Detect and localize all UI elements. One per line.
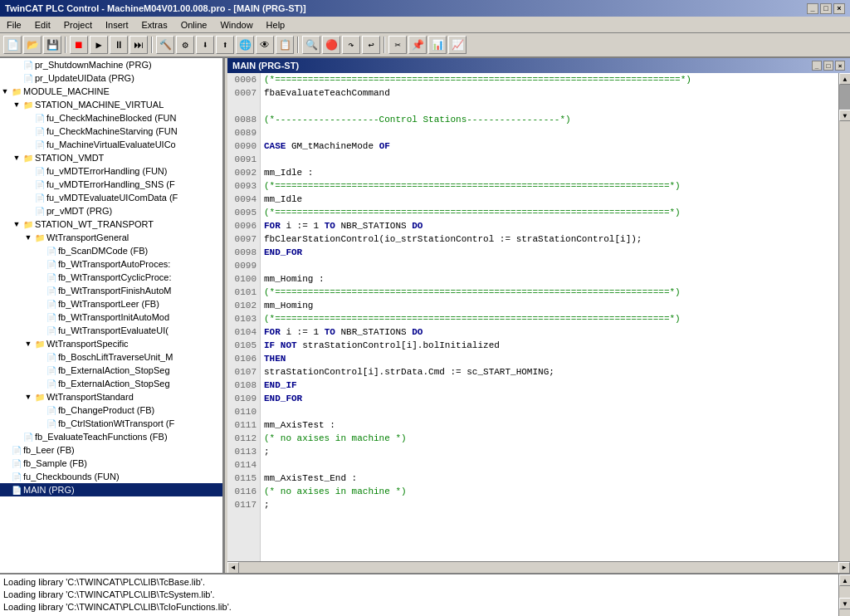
inner-minimize[interactable]: _ (812, 61, 822, 71)
code-line[interactable]: fbClearStationControl(io_strStationContr… (261, 232, 838, 246)
code-line[interactable]: IF NOT straStationControl[i].bolInitiali… (261, 339, 838, 352)
tree-item[interactable]: ▼📁STATION_MACHINE_VIRTUAL (0, 98, 222, 111)
code-hscrollbar[interactable]: ◄ ► (227, 561, 850, 573)
toolbar-watch[interactable]: 🔍 (302, 36, 320, 54)
tree-item[interactable]: 📄fb_WtTransportLeer (FB) (0, 297, 222, 310)
code-line[interactable] (261, 405, 838, 418)
tree-item[interactable]: 📄fb_Sample (FB) (0, 457, 222, 470)
tree-expand-icon[interactable]: ▼ (23, 340, 33, 348)
code-line[interactable]: ; (261, 498, 838, 511)
tree-item[interactable]: ▼📁MODULE_MACHINE (0, 85, 222, 98)
toolbar-extra3[interactable]: 📊 (428, 36, 447, 54)
tree-item[interactable]: 📄fu_CheckMachineStarving (FUN (0, 125, 222, 138)
tree-expand-icon[interactable]: ▼ (12, 100, 22, 109)
toolbar-download[interactable]: ⬇ (196, 36, 214, 54)
toolbar-extra2[interactable]: 📌 (408, 36, 427, 54)
code-line[interactable] (261, 100, 838, 113)
code-line[interactable]: (*-------------------Control Stations---… (261, 113, 838, 126)
inner-maximize[interactable]: □ (823, 61, 833, 71)
tree-item[interactable]: 📄MAIN (PRG) (0, 483, 222, 496)
out-scroll-up[interactable]: ▲ (839, 574, 850, 586)
tree-item[interactable]: 📄fb_WtTransportAutoProces: (0, 257, 222, 271)
tree-item[interactable]: ▼📁STATION_VMDT (0, 151, 222, 164)
tree-item[interactable]: 📄fb_Leer (FB) (0, 443, 222, 457)
tree-item[interactable]: 📄fb_ExternalAction_StopSeg (0, 377, 222, 390)
code-line[interactable] (261, 259, 838, 272)
tree-item[interactable]: 📄fu_Checkbounds (FUN) (0, 470, 222, 483)
tree-expand-icon[interactable]: ▼ (23, 233, 33, 242)
scroll-track[interactable] (839, 85, 850, 110)
code-line[interactable]: mm_Homing (261, 299, 838, 312)
code-lines[interactable]: (*======================================… (261, 73, 838, 561)
menu-edit[interactable]: Edit (28, 19, 57, 31)
scroll-down-btn[interactable]: ▼ (839, 110, 850, 121)
toolbar-upload[interactable]: ⬆ (216, 36, 234, 54)
code-line[interactable]: (*======================================… (261, 286, 838, 299)
inner-close[interactable]: × (835, 61, 845, 71)
toolbar-project[interactable]: 📋 (276, 36, 294, 54)
tree-item[interactable]: 📄fb_WtTransportFinishAutoM (0, 284, 222, 297)
code-line[interactable]: ; (261, 445, 838, 458)
tree-expand-icon[interactable]: ▼ (12, 154, 22, 162)
code-line[interactable]: (*======================================… (261, 179, 838, 193)
toolbar-step3[interactable]: ↩ (362, 36, 380, 54)
toolbar-run[interactable]: ▶ (90, 36, 108, 54)
menu-file[interactable]: File (0, 19, 28, 31)
tree-item[interactable]: 📄pr_ShutdownMachine (PRG) (0, 58, 222, 71)
tree-item[interactable]: 📄fb_WtTransportInitAutoMod (0, 310, 222, 324)
tree-item[interactable]: ▼📁WtTransportGeneral (0, 231, 222, 244)
tree-item[interactable]: 📄fu_vMDTErrorHandling_SNS (F (0, 178, 222, 191)
tree-item[interactable]: 📄fb_ExternalAction_StopSeg (0, 364, 222, 377)
tree-item[interactable]: ▼📁WtTransportSpecific (0, 337, 222, 350)
tree-item[interactable]: 📄pr_vMDT (PRG) (0, 204, 222, 218)
code-line[interactable]: mm_Idle (261, 193, 838, 206)
toolbar-step[interactable]: ⏭ (129, 36, 148, 54)
code-line[interactable]: (*======================================… (261, 206, 838, 219)
toolbar-compile[interactable]: 🔨 (156, 36, 174, 54)
toolbar-new[interactable]: 📄 (3, 36, 22, 54)
code-line[interactable]: END_IF (261, 379, 838, 392)
maximize-button[interactable]: □ (820, 3, 832, 14)
tree-item[interactable]: ▼📁WtTransportStandard (0, 390, 222, 403)
code-line[interactable]: mm_AxisTest_End : (261, 472, 838, 485)
toolbar-save[interactable]: 💾 (43, 36, 61, 54)
code-vscrollbar[interactable]: ▲ ▼ (838, 73, 850, 561)
code-line[interactable] (261, 126, 838, 139)
menu-extras[interactable]: Extras (134, 19, 173, 31)
toolbar-build[interactable]: ⚙ (176, 36, 194, 54)
toolbar-extra4[interactable]: 📈 (448, 36, 467, 54)
toolbar-stop[interactable]: ⏹ (70, 36, 88, 54)
toolbar-extra1[interactable]: ✂ (388, 36, 407, 54)
code-line[interactable] (261, 458, 838, 472)
code-line[interactable]: straStationControl[i].strData.Cmd := sc_… (261, 365, 838, 379)
hscroll-track[interactable] (239, 562, 838, 574)
toolbar-monitor[interactable]: 👁 (256, 36, 274, 54)
code-line[interactable]: mm_AxisTest : (261, 418, 838, 432)
menu-project[interactable]: Project (57, 19, 99, 31)
tree-item[interactable]: 📄fb_EvaluateTeachFunctions (FB) (0, 430, 222, 443)
code-line[interactable]: (*======================================… (261, 312, 838, 325)
tree-item[interactable]: 📄fu_MachineVirtualEvaluateUICo (0, 138, 222, 151)
code-line[interactable]: FOR i := 1 TO NBR_STATIONS DO (261, 219, 838, 232)
code-line[interactable]: fbaEvaluateTeachCommand (261, 86, 838, 100)
scroll-up-btn[interactable]: ▲ (839, 73, 850, 85)
tree-item[interactable]: 📄fu_WtTransportEvaluateUI( (0, 324, 222, 337)
tree-item[interactable]: 📄fu_vMDTErrorHandling (FUN) (0, 164, 222, 178)
code-line[interactable]: FOR i := 1 TO NBR_STATIONS DO (261, 325, 838, 339)
close-button[interactable]: × (833, 3, 845, 14)
tree-expand-icon[interactable]: ▼ (12, 220, 22, 228)
toolbar-bp[interactable]: 🔴 (322, 36, 340, 54)
toolbar-pause[interactable]: ⏸ (110, 36, 128, 54)
out-scroll-down[interactable]: ▼ (839, 598, 850, 609)
menu-online[interactable]: Online (174, 19, 214, 31)
code-line[interactable]: END_FOR (261, 246, 838, 259)
minimize-button[interactable]: _ (807, 3, 818, 14)
out-scroll-track[interactable] (839, 586, 850, 598)
code-line[interactable]: mm_Idle : (261, 166, 838, 179)
code-line[interactable]: mm_Homing : (261, 272, 838, 286)
tree-item[interactable]: 📄fb_CtrlStationWtTransport (F (0, 417, 222, 430)
tree-item[interactable]: 📄fb_WtTransportCyclicProce: (0, 271, 222, 284)
tree-item[interactable]: 📄fb_ScanDMCode (FB) (0, 244, 222, 257)
menu-window[interactable]: Window (213, 19, 259, 31)
code-line[interactable]: (*======================================… (261, 73, 838, 86)
